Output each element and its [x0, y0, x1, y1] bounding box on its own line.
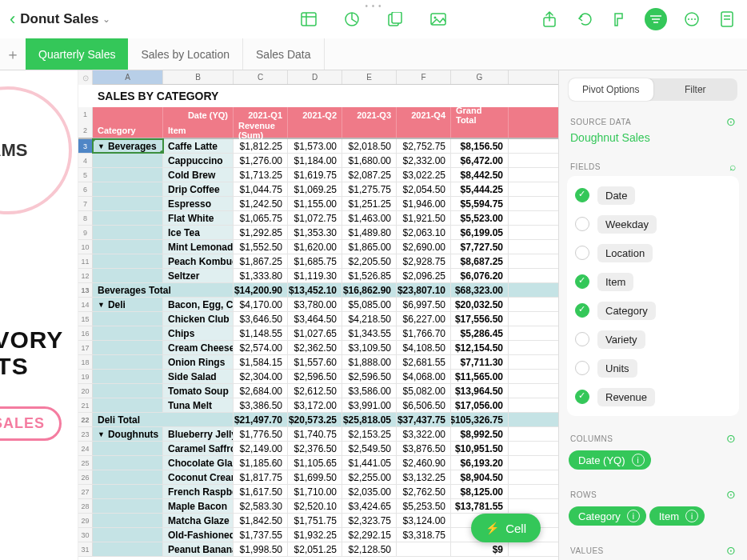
category-cell[interactable]	[93, 226, 163, 239]
row-header[interactable]: 29	[78, 514, 93, 527]
cell[interactable]: $6,199.05	[451, 226, 509, 239]
cell[interactable]: $1,865.00	[342, 240, 397, 254]
cell[interactable]: $3,318.75	[397, 528, 451, 542]
cell[interactable]: $2,205.50	[342, 254, 397, 268]
cell[interactable]: $3,109.50	[342, 341, 397, 354]
category-cell[interactable]	[93, 384, 163, 398]
cell[interactable]: $1,552.50	[234, 240, 288, 254]
sheet-tab[interactable]: Quarterly Sales	[26, 38, 128, 70]
cell[interactable]: $2,684.00	[234, 384, 288, 398]
total-label[interactable]: Beverages Total	[93, 283, 234, 297]
rows-more-icon[interactable]: ⊙	[726, 488, 737, 501]
category-cell[interactable]	[93, 326, 163, 340]
category-cell[interactable]: ▼Deli	[93, 298, 163, 311]
item-cell[interactable]: Cold Brew	[163, 168, 234, 182]
cell[interactable]: $3,646.50	[234, 312, 288, 326]
cell[interactable]: $6,227.00	[397, 312, 451, 326]
cell[interactable]: $1,867.25	[234, 254, 288, 268]
cell[interactable]: $2,612.50	[288, 384, 342, 398]
cell[interactable]: $2,153.25	[342, 427, 397, 441]
cell[interactable]: $6,193.20	[451, 456, 509, 470]
column-header[interactable]: F	[397, 70, 451, 84]
row-header[interactable]: 23	[78, 427, 93, 441]
field-row[interactable]: Location	[567, 238, 739, 267]
cell[interactable]: $8,442.50	[451, 168, 509, 182]
cell[interactable]: $1,740.75	[288, 427, 342, 441]
cell[interactable]: $2,054.50	[397, 182, 451, 196]
cell[interactable]: $2,128.50	[342, 542, 397, 556]
field-row[interactable]: Item	[567, 267, 739, 296]
cell[interactable]: $5,523.00	[451, 211, 509, 225]
cell[interactable]: $3,464.50	[288, 312, 342, 326]
row-header[interactable]: 2	[78, 123, 93, 138]
item-cell[interactable]: Onion Rings	[163, 355, 234, 369]
field-chip[interactable]: Variety	[597, 330, 645, 349]
cell[interactable]: $2,087.25	[342, 168, 397, 182]
column-header[interactable]: C	[234, 70, 288, 84]
cell[interactable]: $2,035.00	[342, 485, 397, 498]
cell[interactable]: $1,489.80	[342, 226, 397, 239]
cell[interactable]: $1,812.25	[234, 139, 288, 153]
row-header[interactable]: 30	[78, 528, 93, 542]
cell[interactable]: $1,619.75	[288, 168, 342, 182]
row-header[interactable]: 11	[78, 254, 93, 268]
cell[interactable]: $2,292.15	[342, 528, 397, 542]
cell[interactable]: $1,251.25	[342, 197, 397, 210]
row-header[interactable]: 4	[78, 154, 93, 167]
row-header[interactable]: 31	[78, 542, 93, 556]
cell[interactable]: $8,687.25	[451, 254, 509, 268]
category-cell[interactable]	[93, 254, 163, 268]
field-chip[interactable]: Category	[597, 302, 656, 320]
field-checkbox[interactable]	[575, 390, 589, 404]
cell[interactable]: $7,727.50	[451, 240, 509, 254]
cell[interactable]: $1,105.65	[288, 456, 342, 470]
cell[interactable]: $14,200.90	[234, 283, 288, 297]
document-title[interactable]: Donut Sales	[20, 11, 98, 27]
cell[interactable]: $1,333.80	[234, 269, 288, 282]
category-cell[interactable]: ▼Beverages	[93, 139, 163, 153]
column-header[interactable]: G	[451, 70, 509, 84]
share-icon[interactable]	[539, 9, 560, 30]
item-cell[interactable]: Chocolate Glaze	[163, 456, 234, 470]
cell[interactable]: $1,713.25	[234, 168, 288, 182]
field-row[interactable]: Units	[567, 354, 739, 382]
cell[interactable]: $13,781.55	[451, 499, 509, 513]
cell[interactable]: $3,022.25	[397, 168, 451, 182]
cell[interactable]: $1,526.85	[342, 269, 397, 282]
category-cell[interactable]	[93, 514, 163, 527]
field-chip[interactable]: Date	[597, 186, 635, 205]
table-icon[interactable]	[298, 9, 319, 30]
row-header[interactable]: 26	[78, 470, 93, 484]
source-more-icon[interactable]: ⊙	[726, 115, 737, 128]
cell[interactable]: $25,818.05	[342, 413, 397, 426]
chip-info-icon[interactable]: i	[627, 510, 640, 522]
cell[interactable]: $2,096.25	[397, 269, 451, 282]
pivot-chip[interactable]: Categoryi	[569, 506, 646, 526]
category-cell[interactable]	[93, 182, 163, 196]
cell[interactable]: $2,304.00	[234, 370, 288, 383]
field-checkbox[interactable]	[575, 274, 589, 289]
row-header[interactable]: 19	[78, 370, 93, 383]
cell[interactable]: $1,155.00	[288, 197, 342, 210]
category-cell[interactable]	[93, 168, 163, 182]
row-header[interactable]: 10	[78, 240, 93, 254]
field-chip[interactable]: Weekday	[597, 215, 657, 234]
cell[interactable]: $1,685.75	[288, 254, 342, 268]
field-row[interactable]: Variety	[567, 325, 739, 354]
chart-icon[interactable]	[342, 9, 362, 30]
tab-filter[interactable]: Filter	[653, 78, 738, 101]
document-menu-chevron-icon[interactable]: ⌄	[102, 14, 110, 25]
row-header[interactable]: 28	[78, 499, 93, 513]
cell[interactable]: $1,343.55	[342, 326, 397, 340]
field-checkbox[interactable]	[575, 188, 589, 202]
category-cell[interactable]	[93, 269, 163, 282]
columns-more-icon[interactable]: ⊙	[726, 432, 737, 445]
cell[interactable]: $1,065.75	[234, 211, 288, 225]
cell[interactable]: $1,888.00	[342, 355, 397, 369]
field-chip[interactable]: Revenue	[597, 388, 655, 406]
cell[interactable]: $1,620.00	[288, 240, 342, 254]
cell[interactable]: $8,904.50	[451, 470, 509, 484]
cell[interactable]: $11,565.00	[451, 370, 509, 383]
cell[interactable]: $105,326.75	[451, 413, 509, 426]
cell[interactable]: $2,063.10	[397, 226, 451, 239]
